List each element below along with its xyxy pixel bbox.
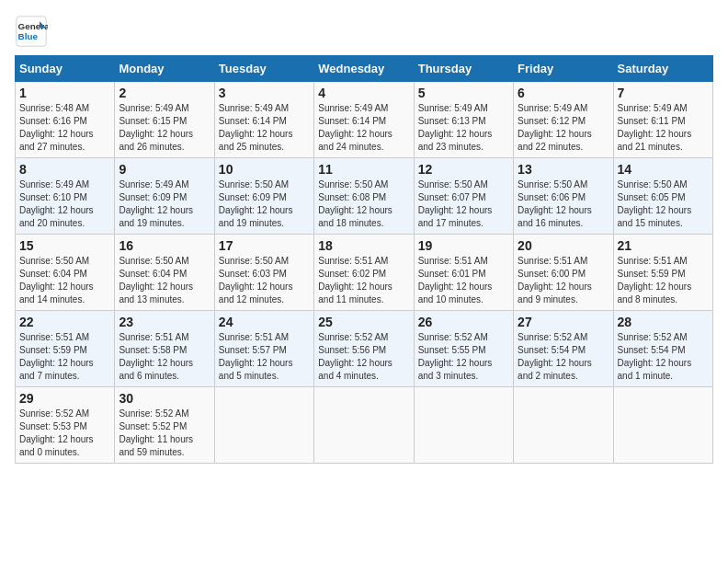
day-info: Sunrise: 5:50 AMSunset: 6:04 PMDaylight:… <box>119 255 210 306</box>
calendar-cell: 18Sunrise: 5:51 AMSunset: 6:02 PMDayligh… <box>314 235 414 311</box>
col-header-monday: Monday <box>115 56 214 82</box>
day-info: Sunrise: 5:49 AMSunset: 6:12 PMDaylight:… <box>518 102 609 154</box>
day-number: 16 <box>119 238 210 253</box>
calendar-cell <box>613 387 712 464</box>
page-header: General Blue <box>15 15 713 48</box>
day-number: 24 <box>219 315 310 329</box>
day-info: Sunrise: 5:52 AMSunset: 5:54 PMDaylight:… <box>518 331 609 383</box>
day-number: 5 <box>418 86 509 100</box>
day-number: 6 <box>518 86 609 100</box>
day-number: 20 <box>518 238 609 253</box>
day-number: 22 <box>19 315 110 329</box>
day-info: Sunrise: 5:51 AMSunset: 5:59 PMDaylight:… <box>618 255 709 306</box>
calendar-cell <box>314 387 414 464</box>
day-number: 19 <box>418 238 509 253</box>
calendar-cell: 11Sunrise: 5:50 AMSunset: 6:08 PMDayligh… <box>314 158 414 235</box>
day-info: Sunrise: 5:48 AMSunset: 6:16 PMDaylight:… <box>19 102 110 154</box>
day-info: Sunrise: 5:52 AMSunset: 5:53 PMDaylight:… <box>19 408 110 459</box>
day-number: 30 <box>119 391 210 406</box>
day-info: Sunrise: 5:51 AMSunset: 6:00 PMDaylight:… <box>518 255 609 306</box>
calendar-cell <box>514 387 613 464</box>
day-info: Sunrise: 5:49 AMSunset: 6:10 PMDaylight:… <box>19 178 110 230</box>
calendar-cell: 26Sunrise: 5:52 AMSunset: 5:55 PMDayligh… <box>414 311 513 387</box>
day-number: 15 <box>19 238 110 253</box>
calendar-cell: 23Sunrise: 5:51 AMSunset: 5:58 PMDayligh… <box>115 311 214 387</box>
day-info: Sunrise: 5:49 AMSunset: 6:11 PMDaylight:… <box>618 102 709 154</box>
col-header-friday: Friday <box>514 56 613 82</box>
day-number: 28 <box>618 315 709 329</box>
day-info: Sunrise: 5:51 AMSunset: 5:57 PMDaylight:… <box>219 331 310 383</box>
day-number: 11 <box>318 162 409 177</box>
day-info: Sunrise: 5:50 AMSunset: 6:03 PMDaylight:… <box>219 255 310 306</box>
day-number: 29 <box>19 391 110 406</box>
day-info: Sunrise: 5:51 AMSunset: 6:01 PMDaylight:… <box>418 255 509 306</box>
calendar-cell: 27Sunrise: 5:52 AMSunset: 5:54 PMDayligh… <box>514 311 613 387</box>
calendar-cell: 21Sunrise: 5:51 AMSunset: 5:59 PMDayligh… <box>613 235 712 311</box>
day-info: Sunrise: 5:51 AMSunset: 5:58 PMDaylight:… <box>119 331 210 383</box>
calendar-table: SundayMondayTuesdayWednesdayThursdayFrid… <box>15 55 713 464</box>
day-info: Sunrise: 5:50 AMSunset: 6:06 PMDaylight:… <box>518 178 609 230</box>
day-number: 14 <box>618 162 709 177</box>
calendar-cell: 25Sunrise: 5:52 AMSunset: 5:56 PMDayligh… <box>314 311 414 387</box>
day-number: 7 <box>618 86 709 100</box>
day-number: 9 <box>119 162 210 177</box>
calendar-cell: 6Sunrise: 5:49 AMSunset: 6:12 PMDaylight… <box>514 82 613 158</box>
logo-icon: General Blue <box>15 15 48 48</box>
calendar-cell: 3Sunrise: 5:49 AMSunset: 6:14 PMDaylight… <box>214 82 313 158</box>
calendar-cell: 10Sunrise: 5:50 AMSunset: 6:09 PMDayligh… <box>214 158 313 235</box>
calendar-cell: 16Sunrise: 5:50 AMSunset: 6:04 PMDayligh… <box>115 235 214 311</box>
day-number: 21 <box>618 238 709 253</box>
day-info: Sunrise: 5:51 AMSunset: 5:59 PMDaylight:… <box>19 331 110 383</box>
calendar-cell: 4Sunrise: 5:49 AMSunset: 6:14 PMDaylight… <box>314 82 414 158</box>
calendar-cell: 19Sunrise: 5:51 AMSunset: 6:01 PMDayligh… <box>414 235 513 311</box>
col-header-saturday: Saturday <box>613 56 712 82</box>
day-number: 2 <box>119 86 210 100</box>
day-number: 26 <box>418 315 509 329</box>
day-info: Sunrise: 5:50 AMSunset: 6:04 PMDaylight:… <box>19 255 110 306</box>
day-number: 17 <box>219 238 310 253</box>
day-info: Sunrise: 5:51 AMSunset: 6:02 PMDaylight:… <box>318 255 409 306</box>
calendar-cell: 24Sunrise: 5:51 AMSunset: 5:57 PMDayligh… <box>214 311 313 387</box>
day-number: 27 <box>518 315 609 329</box>
calendar-cell: 8Sunrise: 5:49 AMSunset: 6:10 PMDaylight… <box>16 158 115 235</box>
col-header-sunday: Sunday <box>16 56 115 82</box>
col-header-thursday: Thursday <box>414 56 513 82</box>
calendar-cell: 28Sunrise: 5:52 AMSunset: 5:54 PMDayligh… <box>613 311 712 387</box>
calendar-cell: 12Sunrise: 5:50 AMSunset: 6:07 PMDayligh… <box>414 158 513 235</box>
calendar-cell: 30Sunrise: 5:52 AMSunset: 5:52 PMDayligh… <box>115 387 214 464</box>
col-header-tuesday: Tuesday <box>214 56 313 82</box>
day-info: Sunrise: 5:52 AMSunset: 5:52 PMDaylight:… <box>119 408 210 459</box>
calendar-cell: 13Sunrise: 5:50 AMSunset: 6:06 PMDayligh… <box>514 158 613 235</box>
day-info: Sunrise: 5:50 AMSunset: 6:07 PMDaylight:… <box>418 178 509 230</box>
logo: General Blue <box>15 15 51 48</box>
day-number: 4 <box>318 86 409 100</box>
day-info: Sunrise: 5:49 AMSunset: 6:15 PMDaylight:… <box>119 102 210 154</box>
day-info: Sunrise: 5:52 AMSunset: 5:54 PMDaylight:… <box>618 331 709 383</box>
day-number: 3 <box>219 86 310 100</box>
day-number: 23 <box>119 315 210 329</box>
day-info: Sunrise: 5:50 AMSunset: 6:09 PMDaylight:… <box>219 178 310 230</box>
day-number: 18 <box>318 238 409 253</box>
day-number: 10 <box>219 162 310 177</box>
calendar-cell: 20Sunrise: 5:51 AMSunset: 6:00 PMDayligh… <box>514 235 613 311</box>
col-header-wednesday: Wednesday <box>314 56 414 82</box>
calendar-cell <box>214 387 313 464</box>
day-info: Sunrise: 5:49 AMSunset: 6:14 PMDaylight:… <box>219 102 310 154</box>
day-info: Sunrise: 5:52 AMSunset: 5:56 PMDaylight:… <box>318 331 409 383</box>
calendar-cell: 1Sunrise: 5:48 AMSunset: 6:16 PMDaylight… <box>16 82 115 158</box>
calendar-cell: 22Sunrise: 5:51 AMSunset: 5:59 PMDayligh… <box>16 311 115 387</box>
calendar-cell <box>414 387 513 464</box>
day-number: 1 <box>19 86 110 100</box>
day-number: 25 <box>318 315 409 329</box>
calendar-cell: 29Sunrise: 5:52 AMSunset: 5:53 PMDayligh… <box>16 387 115 464</box>
day-info: Sunrise: 5:49 AMSunset: 6:09 PMDaylight:… <box>119 178 210 230</box>
calendar-cell: 14Sunrise: 5:50 AMSunset: 6:05 PMDayligh… <box>613 158 712 235</box>
calendar-cell: 2Sunrise: 5:49 AMSunset: 6:15 PMDaylight… <box>115 82 214 158</box>
calendar-cell: 17Sunrise: 5:50 AMSunset: 6:03 PMDayligh… <box>214 235 313 311</box>
svg-text:Blue: Blue <box>18 31 39 41</box>
day-info: Sunrise: 5:50 AMSunset: 6:05 PMDaylight:… <box>618 178 709 230</box>
calendar-cell: 15Sunrise: 5:50 AMSunset: 6:04 PMDayligh… <box>16 235 115 311</box>
calendar-cell: 9Sunrise: 5:49 AMSunset: 6:09 PMDaylight… <box>115 158 214 235</box>
calendar-cell: 5Sunrise: 5:49 AMSunset: 6:13 PMDaylight… <box>414 82 513 158</box>
calendar-cell: 7Sunrise: 5:49 AMSunset: 6:11 PMDaylight… <box>613 82 712 158</box>
